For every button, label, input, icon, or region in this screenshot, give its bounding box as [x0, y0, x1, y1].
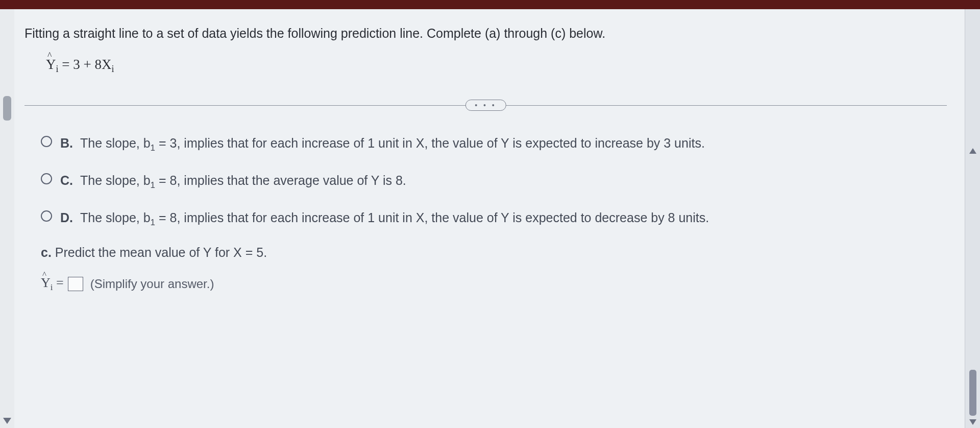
option-d-row: D. The slope, b1 = 8, implies that for e… [41, 208, 922, 229]
option-c-letter: C. [60, 171, 73, 189]
option-d-text: The slope, b1 = 8, implies that for each… [80, 208, 709, 229]
answer-options: B. The slope, b1 = 3, implies that for e… [24, 134, 947, 293]
right-scroll-down-icon[interactable] [969, 419, 976, 425]
x-subscript: i [111, 64, 114, 74]
right-scrollbar[interactable] [965, 9, 980, 428]
expand-button[interactable]: • • • [465, 100, 506, 111]
option-b-row: B. The slope, b1 = 3, implies that for e… [41, 134, 922, 155]
section-divider: • • • [24, 99, 947, 111]
option-b-letter: B. [60, 134, 73, 152]
content-wrapper: Fitting a straight line to a set of data… [0, 9, 980, 428]
answer-line: Yi = (Simplify your answer.) [41, 275, 922, 293]
question-panel: Fitting a straight line to a set of data… [14, 9, 965, 428]
option-c-text: The slope, b1 = 8, implies that the aver… [80, 171, 406, 192]
part-c-text: Predict the mean value of Y for X = 5. [52, 245, 267, 259]
left-scroll-thumb[interactable] [3, 96, 11, 121]
option-b-radio[interactable] [41, 136, 52, 147]
equation-rhs: = 3 + 8X [59, 57, 112, 72]
option-d-radio[interactable] [41, 210, 52, 222]
part-c-letter: c. [41, 245, 52, 259]
right-scroll-up-icon[interactable] [969, 148, 976, 154]
option-d-letter: D. [60, 208, 73, 227]
window-top-bar [0, 0, 980, 9]
prediction-equation: Yi = 3 + 8Xi [46, 57, 947, 75]
answer-y-hat: Y [41, 275, 51, 291]
question-intro-text: Fitting a straight line to a set of data… [24, 25, 947, 42]
left-scrollbar[interactable] [0, 9, 14, 428]
y-hat-symbol: Y [46, 57, 56, 73]
option-b-text: The slope, b1 = 3, implies that for each… [80, 134, 705, 155]
part-c-prompt: c. Predict the mean value of Y for X = 5… [41, 245, 922, 260]
option-c-radio[interactable] [41, 173, 52, 184]
option-c-row: C. The slope, b1 = 8, implies that the a… [41, 171, 922, 192]
left-scroll-down-icon[interactable] [3, 418, 11, 424]
answer-input-box[interactable] [68, 277, 83, 291]
simplify-note: (Simplify your answer.) [90, 277, 214, 291]
right-scroll-thumb[interactable] [969, 370, 976, 416]
answer-equals: = [53, 275, 64, 290]
